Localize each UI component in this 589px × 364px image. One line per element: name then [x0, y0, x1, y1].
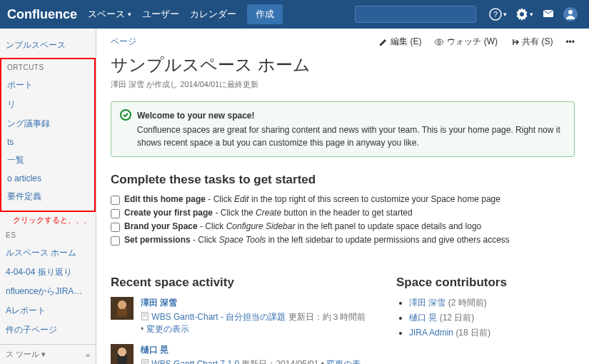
sidebar-bottom: ス ツール ▾ «: [0, 344, 96, 364]
create-button[interactable]: 作成: [247, 4, 283, 24]
svg-text:?: ?: [493, 10, 498, 19]
welcome-body: Confluence spaces are great for sharing …: [137, 125, 560, 148]
sidebar-shortcut[interactable]: ング議事録: [1, 114, 94, 133]
page-title: サンプルスペース ホーム: [111, 54, 575, 76]
activity-doc[interactable]: WBS Gantt Chart 7.1.0: [151, 359, 239, 364]
tasks-heading: Complete these tasks to get started: [111, 173, 575, 187]
breadcrumb-page[interactable]: ページ: [111, 36, 136, 46]
pages-label: ES: [0, 227, 96, 243]
task-item: Create your first page - Click the Creat…: [111, 208, 575, 218]
search-box[interactable]: [355, 6, 476, 23]
contributors-heading: Space contributors: [396, 275, 575, 290]
sidebar-shortcut[interactable]: o articles: [1, 170, 94, 187]
welcome-title: Welcome to your new space!: [137, 109, 565, 122]
avatar[interactable]: [111, 297, 134, 320]
avatar[interactable]: [111, 344, 134, 364]
contributor-item: JIRA Admin (18 日前): [409, 327, 575, 339]
logo[interactable]: Confluence: [7, 7, 77, 22]
activity-item: 樋口 晃 WBS Gantt Chart 7.1.0 更新日：2014/05/0…: [111, 344, 368, 364]
sidebar-space-link[interactable]: ンプルスペース: [0, 36, 96, 55]
sidebar-shortcut[interactable]: 要件定義: [1, 187, 94, 206]
svg-point-8: [438, 41, 441, 44]
task-checkbox[interactable]: [111, 223, 120, 232]
edit-button[interactable]: 編集 (E): [379, 36, 421, 48]
activity-user[interactable]: 樋口 晃: [141, 345, 168, 355]
activity-user[interactable]: 澤田 深雪: [141, 298, 177, 308]
page-actions: 編集 (E) ウォッチ (W) 共有 (S) •••: [379, 36, 575, 48]
gear-icon[interactable]: ▾: [515, 8, 533, 21]
svg-point-4: [520, 12, 524, 16]
svg-point-7: [568, 10, 573, 14]
sidebar-page[interactable]: 4-04-04 振り返り: [0, 263, 96, 282]
contributors-list: 澤田 深雪 (2 時間前) 樋口 晃 (12 日前) JIRA Admin (1…: [409, 297, 575, 339]
sidebar-page[interactable]: 件の子ページ: [0, 320, 96, 340]
contributor-item: 樋口 晃 (12 日前): [409, 312, 575, 324]
task-checkbox[interactable]: [111, 209, 120, 218]
sidebar-shortcut[interactable]: リ: [1, 95, 94, 114]
share-button[interactable]: 共有 (S): [510, 36, 553, 48]
collapse-icon[interactable]: «: [86, 350, 90, 359]
more-button[interactable]: •••: [565, 37, 575, 47]
task-item: Set permissions - Click Space Tools in t…: [111, 235, 575, 246]
sidebar: ンプルスペース ORTCUTS ポート リ ング議事録 ts 一覧 o arti…: [0, 29, 96, 364]
task-checkbox[interactable]: [111, 236, 120, 246]
top-header: Confluence スペース▾ ユーザー カレンダー 作成 ?▾ ▾: [0, 0, 589, 29]
sidebar-page[interactable]: Aレポート: [0, 301, 96, 320]
check-circle-icon: [120, 109, 131, 149]
shortcuts-label: ORTCUTS: [1, 59, 94, 76]
activity-change[interactable]: 変更の表示: [146, 324, 189, 334]
page-icon: [141, 312, 149, 320]
main-content: ページ 編集 (E) ウォッチ (W) 共有 (S) ••• サンプルスペース …: [96, 29, 589, 364]
nav-spaces[interactable]: スペース▾: [88, 8, 131, 21]
page-meta: 澤田 深雪 が作成し 2014/04/01に最終更新: [111, 79, 575, 90]
contributor-item: 澤田 深雪 (2 時間前): [409, 297, 575, 309]
sidebar-shortcut[interactable]: ts: [1, 133, 94, 151]
welcome-panel: Welcome to your new space! Confluence sp…: [111, 101, 575, 157]
task-item: Brand your Space - Click Configure Sideb…: [111, 221, 575, 232]
sidebar-shortcut[interactable]: ポート: [1, 76, 94, 95]
task-item: Edit this home page - Click Edit in the …: [111, 194, 575, 205]
nav-calendar[interactable]: カレンダー: [190, 8, 236, 21]
activity-heading: Recent space activity: [111, 275, 368, 290]
watch-button[interactable]: ウォッチ (W): [434, 36, 498, 48]
search-input[interactable]: [366, 9, 473, 19]
annotation: クリックすると、、、: [0, 213, 96, 227]
task-list: Edit this home page - Click Edit in the …: [111, 194, 575, 246]
help-icon[interactable]: ?▾: [489, 8, 507, 21]
sidebar-shortcut[interactable]: 一覧: [1, 151, 94, 170]
shortcuts-highlight: ORTCUTS ポート リ ング議事録 ts 一覧 o articles 要件定…: [0, 58, 96, 212]
nav-users[interactable]: ユーザー: [142, 8, 179, 21]
task-checkbox[interactable]: [111, 196, 120, 205]
page-icon: [141, 359, 149, 364]
sidebar-page[interactable]: ルスペース ホーム: [0, 243, 96, 263]
avatar-icon[interactable]: [563, 7, 578, 21]
activity-item: 澤田 深雪 WBS Gantt-Chart - 自分担当の課題 更新日：約３時間…: [111, 297, 368, 335]
sidebar-page[interactable]: nfluenceからJIRA課題...: [0, 282, 96, 301]
notification-icon[interactable]: [542, 8, 555, 21]
activity-doc[interactable]: WBS Gantt-Chart - 自分担当の課題: [151, 312, 286, 322]
space-tools[interactable]: ス ツール ▾: [6, 349, 46, 360]
